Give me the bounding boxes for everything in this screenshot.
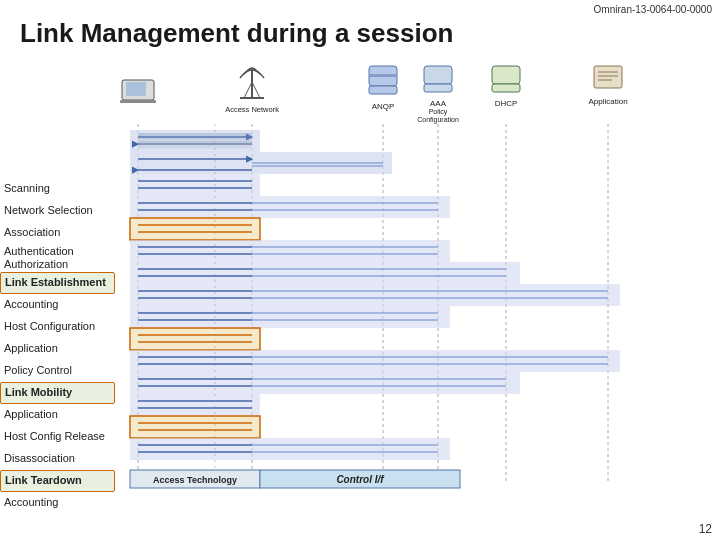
reference-text: Omniran-13-0064-00-0000 [594,4,712,15]
label-host-configuration: Host Configuration [0,316,115,338]
svg-line-5 [244,82,252,98]
svg-text:DHCP: DHCP [495,99,518,108]
svg-rect-75 [130,350,620,372]
label-accounting2: Accounting [0,492,115,514]
svg-rect-20 [594,66,622,88]
svg-rect-2 [126,82,146,96]
svg-rect-1 [120,100,156,103]
label-link-teardown: Link Teardown [0,470,115,492]
svg-rect-51 [130,240,450,262]
svg-rect-66 [130,306,450,328]
svg-rect-92 [130,438,450,460]
label-auth-authz: Authentication Authorization [0,244,115,272]
svg-line-6 [252,82,260,98]
svg-rect-71 [130,328,260,350]
sequence-diagram: Access Network ANQP AAA Policy Configura… [100,62,715,492]
svg-text:Access Technology: Access Technology [153,475,237,485]
label-link-establishment: Link Establishment [0,272,115,294]
svg-rect-18 [492,84,520,92]
label-accounting: Accounting [0,294,115,316]
svg-rect-17 [492,66,520,84]
svg-text:Application: Application [588,97,627,106]
label-disassociation: Disassociation [0,448,115,470]
label-association: Association [0,222,115,244]
svg-rect-9 [369,74,397,77]
svg-text:Access Network: Access Network [225,105,279,114]
svg-text:Control I/f: Control I/f [336,474,385,485]
svg-text:AAA: AAA [430,99,447,108]
page-title: Link Management during a session [20,18,453,49]
label-scanning: Scanning [0,178,115,200]
label-network-selection: Network Selection [0,200,115,222]
svg-rect-39 [130,174,260,196]
label-policy-control: Policy Control [0,360,115,382]
svg-rect-61 [130,284,620,306]
svg-rect-47 [130,218,260,240]
svg-rect-42 [130,196,450,218]
svg-rect-31 [130,130,260,152]
svg-text:Configuration: Configuration [417,116,459,124]
label-host-config-release: Host Config Release [0,426,115,448]
svg-rect-10 [369,86,397,94]
svg-rect-88 [130,416,260,438]
svg-rect-56 [130,262,520,284]
label-application2: Application [0,404,115,426]
label-application1: Application [0,338,115,360]
page-number: 12 [699,522,712,536]
svg-rect-80 [130,372,520,394]
svg-rect-85 [130,394,260,416]
svg-text:ANQP: ANQP [372,102,395,111]
svg-text:Policy: Policy [429,108,448,116]
label-link-mobility: Link Mobility [0,382,115,404]
svg-rect-12 [424,66,452,84]
svg-rect-13 [424,84,452,92]
